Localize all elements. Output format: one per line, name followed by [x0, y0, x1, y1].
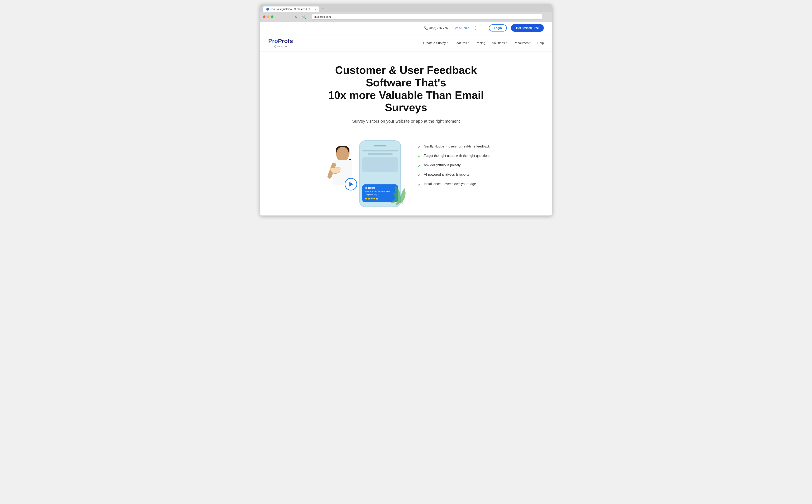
- feature-item-5: ✓ Install once, never slows your page: [418, 182, 490, 187]
- get-started-button[interactable]: Get Started Free: [511, 24, 544, 32]
- browser-titlebar: ← → ↻ 🔍 qualaroo.com ···: [260, 12, 552, 22]
- logo-profs-text: Profs: [278, 38, 293, 44]
- leaf-decoration: [386, 183, 412, 211]
- phone-notch: [374, 145, 386, 146]
- nav-solutions[interactable]: Solutions ▾: [492, 41, 507, 45]
- browser-tab[interactable]: 🔵 ProProfs Qualaroo - Customer & User Fe…: [263, 6, 319, 12]
- check-icon: ✓: [418, 182, 421, 187]
- back-button[interactable]: ←: [278, 15, 283, 19]
- browser-navigation: ← → ↻ 🔍: [278, 14, 307, 19]
- refresh-button[interactable]: ↻: [293, 14, 299, 19]
- phone-content-line: [362, 150, 398, 151]
- head-shape: [336, 147, 349, 161]
- nav-features[interactable]: Features ▾: [455, 41, 469, 45]
- phone-content-line-short: [368, 153, 392, 155]
- nav-links: Create a Survey ▾ Features ▾ Pricing Sol…: [423, 41, 544, 45]
- empty-star: ★: [376, 197, 378, 200]
- tab-close-button[interactable]: ✕: [314, 8, 316, 10]
- feature-text: Gently Nudge™ users for real-time feedba…: [424, 145, 490, 148]
- feature-text: Target the right users with the right qu…: [424, 154, 490, 158]
- check-icon: ✓: [418, 145, 421, 149]
- check-icon: ✓: [418, 154, 421, 159]
- apps-grid-icon[interactable]: ⋮⋮⋮: [474, 26, 485, 30]
- feature-item-2: ✓ Target the right users with the right …: [418, 154, 490, 159]
- get-demo-button[interactable]: Get a Demo: [454, 26, 469, 30]
- check-icon: ✓: [418, 173, 421, 178]
- feature-list: ✓ Gently Nudge™ users for real-time feed…: [418, 140, 490, 187]
- new-tab-button[interactable]: +: [320, 5, 326, 11]
- tab-title: ProProfs Qualaroo - Customer & User Feed…: [271, 8, 313, 11]
- chevron-down-icon: ▾: [468, 42, 469, 44]
- nav-help[interactable]: Help: [537, 41, 544, 45]
- tab-favicon: 🔵: [266, 8, 269, 11]
- hero-illustration: Hi Bella! How is your food from Red Drag…: [322, 140, 405, 207]
- hero-section: Customer & User Feedback Software That's…: [260, 52, 552, 140]
- more-options-button[interactable]: ···: [547, 15, 549, 19]
- chevron-down-icon: ▾: [447, 42, 448, 44]
- forward-button[interactable]: →: [285, 15, 291, 19]
- play-triangle-icon: [349, 182, 353, 186]
- logo[interactable]: ProProfs Qualaroo: [268, 38, 293, 48]
- search-icon[interactable]: 🔍: [301, 14, 307, 19]
- login-button[interactable]: Login: [489, 24, 507, 31]
- feature-item-3: ✓ Ask delightfully & politely: [418, 163, 490, 168]
- maximize-window-button[interactable]: [271, 15, 273, 18]
- chevron-down-icon: ▾: [506, 42, 507, 44]
- chevron-down-icon: ▾: [529, 42, 531, 44]
- hero-visual-area: Hi Bella! How is your food from Red Drag…: [260, 140, 552, 215]
- feature-item-4: ✓ AI-powered analytics & reports: [418, 173, 490, 178]
- woman-body: [326, 147, 359, 207]
- hero-subheadline: Survey visitors on your website or app a…: [268, 119, 544, 124]
- nav-resources[interactable]: Resources ▾: [514, 41, 531, 45]
- address-bar[interactable]: qualaroo.com: [312, 14, 542, 20]
- feature-text: Install once, never slows your page: [424, 182, 476, 186]
- close-window-button[interactable]: [263, 15, 265, 18]
- main-navigation: ProProfs Qualaroo Create a Survey ▾ Feat…: [260, 34, 552, 52]
- logo-subtitle: Qualaroo: [268, 45, 293, 48]
- feature-text: Ask delightfully & politely: [424, 163, 461, 167]
- check-icon: ✓: [418, 164, 421, 168]
- phone-icon: 📞: [424, 26, 428, 30]
- traffic-lights: [263, 15, 273, 18]
- phone-content-block: [362, 157, 398, 172]
- nav-pricing[interactable]: Pricing: [476, 41, 485, 45]
- top-utility-bar: 📞 (855) 776-7763 Get a Demo ⋮⋮⋮ Login Ge…: [260, 22, 552, 34]
- tab-bar: 🔵 ProProfs Qualaroo - Customer & User Fe…: [260, 4, 552, 12]
- hero-headline: Customer & User Feedback Software That's…: [312, 64, 500, 114]
- logo-pro-text: Pro: [268, 38, 278, 44]
- webpage-content: 📞 (855) 776-7763 Get a Demo ⋮⋮⋮ Login Ge…: [260, 22, 552, 215]
- nav-create-survey[interactable]: Create a Survey ▾: [423, 41, 448, 45]
- phone-link[interactable]: 📞 (855) 776-7763: [424, 26, 450, 30]
- feature-item-1: ✓ Gently Nudge™ users for real-time feed…: [418, 145, 490, 149]
- feature-text: AI-powered analytics & reports: [424, 173, 469, 176]
- browser-window: 🔵 ProProfs Qualaroo - Customer & User Fe…: [260, 4, 552, 215]
- minimize-window-button[interactable]: [267, 15, 269, 18]
- phone-number: (855) 776-7763: [430, 26, 450, 30]
